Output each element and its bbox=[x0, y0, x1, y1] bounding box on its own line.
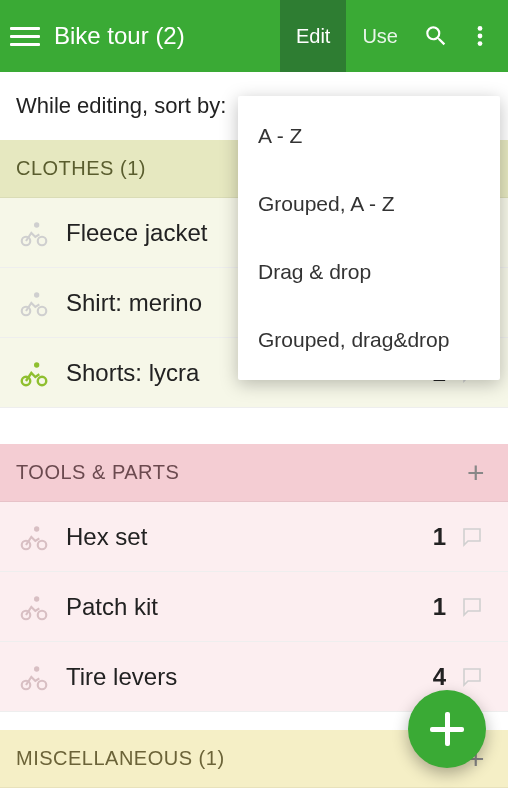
svg-point-20 bbox=[34, 666, 39, 671]
tab-use[interactable]: Use bbox=[346, 0, 414, 72]
section-add-icon[interactable]: + bbox=[454, 444, 498, 501]
section-title: TOOLS & PARTS bbox=[16, 461, 179, 484]
app-header: Bike tour (2) Edit Use bbox=[0, 0, 508, 72]
menu-icon[interactable] bbox=[10, 21, 40, 51]
list-item[interactable]: Patch kit 1 bbox=[0, 572, 508, 642]
section-header-tools[interactable]: TOOLS & PARTS + bbox=[0, 444, 508, 502]
cyclist-icon bbox=[16, 519, 52, 555]
list-item[interactable]: Hex set 1 bbox=[0, 502, 508, 572]
comment-icon[interactable] bbox=[452, 525, 492, 549]
page-title: Bike tour (2) bbox=[54, 22, 185, 50]
svg-point-8 bbox=[34, 292, 39, 297]
item-label: Tire levers bbox=[66, 663, 406, 691]
cyclist-icon bbox=[16, 285, 52, 321]
svg-point-17 bbox=[34, 596, 39, 601]
sort-option-dragdrop[interactable]: Drag & drop bbox=[238, 238, 500, 306]
svg-point-13 bbox=[38, 540, 47, 549]
comment-icon[interactable] bbox=[452, 595, 492, 619]
comment-icon[interactable] bbox=[452, 665, 492, 689]
item-label: Hex set bbox=[66, 523, 406, 551]
svg-point-19 bbox=[38, 680, 47, 689]
svg-point-1 bbox=[478, 34, 483, 39]
cyclist-icon bbox=[16, 659, 52, 695]
item-qty: 1 bbox=[406, 593, 446, 621]
item-label: Patch kit bbox=[66, 593, 406, 621]
cyclist-icon bbox=[16, 355, 52, 391]
sort-dropdown: A - Z Grouped, A - Z Drag & drop Grouped… bbox=[238, 96, 500, 380]
item-qty: 1 bbox=[406, 523, 446, 551]
svg-point-4 bbox=[38, 236, 47, 245]
add-fab[interactable] bbox=[408, 690, 486, 768]
cyclist-icon bbox=[16, 215, 52, 251]
svg-point-10 bbox=[38, 376, 47, 385]
sort-option-az[interactable]: A - Z bbox=[238, 102, 500, 170]
svg-point-14 bbox=[34, 526, 39, 531]
section-title: MISCELLANEOUS (1) bbox=[16, 747, 225, 770]
svg-point-5 bbox=[34, 222, 39, 227]
sort-option-grouped-az[interactable]: Grouped, A - Z bbox=[238, 170, 500, 238]
cyclist-icon bbox=[16, 589, 52, 625]
svg-point-7 bbox=[38, 306, 47, 315]
svg-point-16 bbox=[38, 610, 47, 619]
svg-point-11 bbox=[34, 362, 39, 367]
svg-point-0 bbox=[478, 26, 483, 31]
sort-option-grouped-dragdrop[interactable]: Grouped, drag&drop bbox=[238, 306, 500, 374]
tab-edit[interactable]: Edit bbox=[280, 0, 346, 72]
sort-by-label: While editing, sort by: bbox=[16, 93, 226, 119]
app-root: Bike tour (2) Edit Use While editing, so… bbox=[0, 0, 508, 800]
svg-point-2 bbox=[478, 41, 483, 46]
section-title: CLOTHES (1) bbox=[16, 157, 146, 180]
more-icon[interactable] bbox=[458, 0, 502, 72]
mode-tabs: Edit Use bbox=[280, 0, 414, 72]
item-qty: 4 bbox=[406, 663, 446, 691]
search-icon[interactable] bbox=[414, 0, 458, 72]
